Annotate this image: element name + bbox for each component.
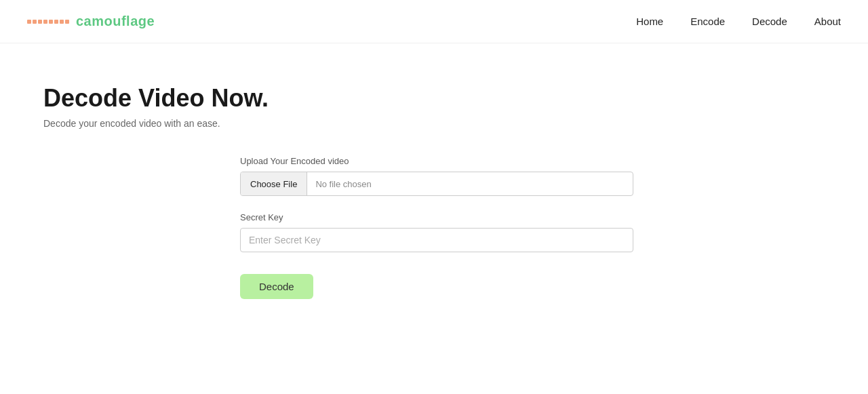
upload-label: Upload Your Encoded video <box>240 156 633 166</box>
secret-key-label: Secret Key <box>240 212 633 222</box>
file-input-wrapper: Choose File No file chosen <box>240 172 633 196</box>
brand-icon <box>27 20 69 24</box>
navbar: camouflage Home Encode Decode About <box>0 0 868 43</box>
decode-form: Upload Your Encoded video Choose File No… <box>240 156 633 299</box>
main-content: Decode Video Now. Decode your encoded vi… <box>0 43 868 340</box>
page-title: Decode Video Now. <box>43 84 825 113</box>
choose-file-button[interactable]: Choose File <box>241 172 307 195</box>
nav-home[interactable]: Home <box>636 16 663 27</box>
secret-key-group: Secret Key <box>240 212 633 252</box>
upload-group: Upload Your Encoded video Choose File No… <box>240 156 633 196</box>
page-subtitle: Decode your encoded video with an ease. <box>43 118 825 129</box>
nav-about[interactable]: About <box>814 16 841 27</box>
nav-decode[interactable]: Decode <box>752 16 787 27</box>
nav-encode[interactable]: Encode <box>690 16 725 27</box>
file-name-display: No file chosen <box>307 179 633 189</box>
nav-links: Home Encode Decode About <box>636 16 841 28</box>
decode-button[interactable]: Decode <box>240 274 313 299</box>
brand-logo[interactable]: camouflage <box>27 14 155 29</box>
brand-name: camouflage <box>76 14 155 29</box>
secret-key-input[interactable] <box>240 228 633 252</box>
